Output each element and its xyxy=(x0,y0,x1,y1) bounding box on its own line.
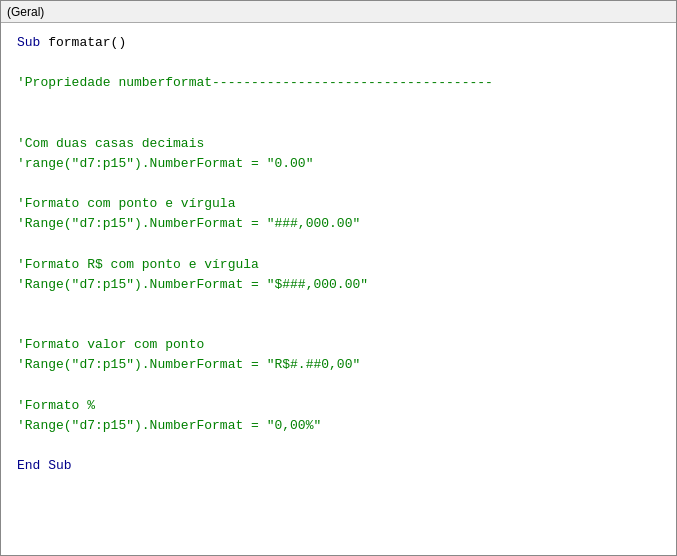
code-line xyxy=(17,295,660,315)
code-line xyxy=(17,114,660,134)
code-line xyxy=(17,174,660,194)
code-line: 'Propriedade numberformat---------------… xyxy=(17,73,660,93)
code-line: Sub formatar() xyxy=(17,33,660,53)
title-label: (Geral) xyxy=(7,5,44,19)
code-line: 'Formato valor com ponto xyxy=(17,335,660,355)
code-line: End Sub xyxy=(17,456,660,476)
code-line: 'Formato % xyxy=(17,396,660,416)
code-line: 'range("d7:p15").NumberFormat = "0.00" xyxy=(17,154,660,174)
code-line xyxy=(17,315,660,335)
code-line: 'Range("d7:p15").NumberFormat = "###,000… xyxy=(17,214,660,234)
code-line: 'Range("d7:p15").NumberFormat = "R$#.##0… xyxy=(17,355,660,375)
code-editor[interactable]: Sub formatar() 'Propriedade numberformat… xyxy=(1,23,676,555)
code-line: 'Range("d7:p15").NumberFormat = "$###,00… xyxy=(17,275,660,295)
code-line xyxy=(17,53,660,73)
code-line xyxy=(17,375,660,395)
code-line: 'Formato com ponto e vírgula xyxy=(17,194,660,214)
code-line xyxy=(17,436,660,456)
code-line: 'Com duas casas decimais xyxy=(17,134,660,154)
code-line xyxy=(17,93,660,113)
code-line xyxy=(17,234,660,254)
vba-editor-window: (Geral) Sub formatar() 'Propriedade numb… xyxy=(0,0,677,556)
code-line: 'Range("d7:p15").NumberFormat = "0,00%" xyxy=(17,416,660,436)
code-line: 'Formato R$ com ponto e vírgula xyxy=(17,255,660,275)
title-bar: (Geral) xyxy=(1,1,676,23)
